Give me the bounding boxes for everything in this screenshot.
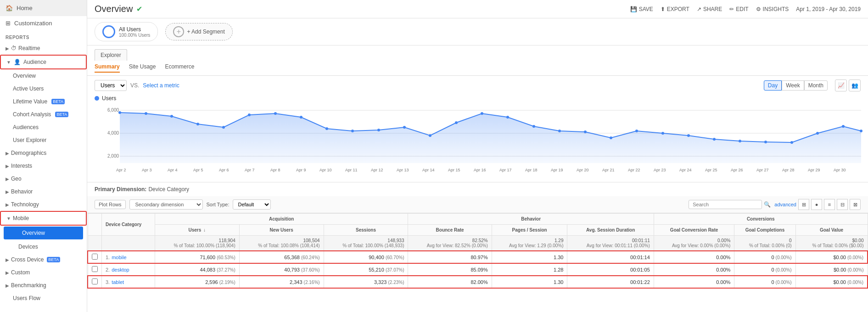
pages-session-subheader[interactable]: Pages / Session — [492, 225, 567, 236]
sidebar-item-devices[interactable]: Devices — [0, 240, 87, 253]
sidebar-item-cohort-analysis[interactable]: Cohort Analysis BETA — [0, 108, 87, 121]
svg-point-26 — [610, 136, 612, 139]
save-button[interactable]: 💾 SAVE — [630, 6, 653, 12]
sidebar-item-mobile-overview[interactable]: Overview — [4, 227, 83, 239]
table-search-input[interactable] — [689, 200, 762, 209]
mobile-checkbox[interactable] — [88, 251, 102, 263]
svg-text:4,000: 4,000 — [107, 130, 119, 136]
sidebar-customization[interactable]: ⊞ Customization — [0, 16, 87, 30]
advanced-link[interactable]: advanced — [774, 202, 796, 207]
sidebar-item-audiences[interactable]: Audiences — [0, 121, 87, 134]
all-users-segment[interactable]: All Users 100.00% Users — [95, 22, 158, 41]
tab-summary[interactable]: Summary — [95, 63, 120, 73]
svg-point-14 — [300, 116, 302, 119]
mobile-label: Mobile — [13, 215, 29, 221]
search-icon: 🔍 — [764, 201, 771, 208]
svg-text:Apr 10: Apr 10 — [319, 168, 332, 172]
sidebar-item-overview[interactable]: Overview — [0, 69, 87, 82]
sidebar-home-label: Home — [17, 5, 33, 11]
sidebar-item-interests[interactable]: ▶ Interests — [0, 159, 87, 172]
svg-point-10 — [196, 123, 199, 125]
svg-text:Apr 15: Apr 15 — [448, 168, 460, 172]
goal-value-subheader[interactable]: Goal Value — [795, 225, 868, 236]
acquisition-header: Acquisition — [155, 214, 408, 225]
sidebar-home[interactable]: 🏠 Home — [0, 0, 87, 16]
tab-site-usage[interactable]: Site Usage — [129, 63, 156, 73]
sidebar-item-benchmarking[interactable]: ▶ Benchmarking — [0, 279, 87, 292]
table-view-btn-1[interactable]: ⊞ — [798, 199, 809, 210]
week-button[interactable]: Week — [782, 80, 804, 91]
svg-point-23 — [532, 125, 535, 128]
tablet-avg-session: 00:01:22 — [567, 276, 654, 288]
table-row-mobile: 1.mobile 71,600 (60.53%) 65,368 (60.24%)… — [88, 251, 868, 263]
sidebar-item-behavior[interactable]: ▶ Behavior — [0, 185, 87, 198]
bounce-rate-subheader[interactable]: Bounce Rate — [408, 225, 492, 236]
sidebar-item-users-flow[interactable]: Users Flow — [0, 292, 87, 305]
explorer-tab[interactable]: Explorer — [95, 49, 127, 61]
mobile-bounce-rate: 80.97% — [408, 251, 492, 263]
sidebar-item-geo[interactable]: ▶ Geo — [0, 172, 87, 185]
table-view-btn-2[interactable]: ● — [811, 199, 822, 210]
avg-session-subheader[interactable]: Avg. Session Duration — [567, 225, 654, 236]
sidebar-item-mobile[interactable]: ▼ Mobile — [0, 211, 87, 226]
mobile-goal-conv: 0.00% — [654, 251, 734, 263]
chevron-right-icon-6: ▶ — [6, 202, 9, 207]
sidebar-item-lifetime-value[interactable]: Lifetime Value BETA — [0, 95, 87, 108]
sidebar-item-active-users[interactable]: Active Users — [0, 82, 87, 95]
tablet-checkbox[interactable] — [88, 276, 102, 288]
topbar-left: Overview ✔ — [95, 4, 142, 14]
new-users-subheader[interactable]: New Users — [239, 225, 324, 236]
sidebar-item-custom[interactable]: ▶ Custom — [0, 266, 87, 279]
sessions-subheader[interactable]: Sessions — [324, 225, 408, 236]
svg-text:Apr 30: Apr 30 — [834, 168, 846, 172]
cohort-analysis-label: Cohort Analysis — [13, 111, 51, 118]
select-metric[interactable]: Select a metric — [143, 82, 179, 89]
secondary-dimension-select[interactable]: Secondary dimension — [129, 199, 203, 210]
month-button[interactable]: Month — [804, 80, 828, 91]
users-subheader[interactable]: Users ↓ — [155, 225, 239, 236]
desktop-checkbox[interactable] — [88, 263, 102, 276]
plot-rows-button[interactable]: Plot Rows — [95, 200, 126, 209]
sidebar-audience-label: Audience — [23, 59, 46, 65]
svg-text:Apr 12: Apr 12 — [371, 168, 383, 172]
sidebar-realtime-label: Realtime — [18, 45, 40, 51]
sidebar-item-user-explorer[interactable]: User Explorer — [0, 134, 87, 147]
svg-point-20 — [455, 121, 458, 124]
edit-button[interactable]: ✏ EDIT — [729, 6, 748, 12]
table-view-btn-4[interactable]: ⊟ — [837, 199, 848, 210]
goal-conv-subheader[interactable]: Goal Conversion Rate — [654, 225, 734, 236]
sidebar-item-audience[interactable]: ▼ 👤 Audience — [0, 55, 87, 69]
sidebar-customization-label: Customization — [14, 20, 52, 27]
motionplot-button[interactable]: 👥 — [849, 79, 861, 91]
sidebar-item-realtime[interactable]: ▶ ⏱ Realtime — [0, 42, 87, 55]
active-users-label: Active Users — [13, 85, 44, 92]
sidebar-item-technology[interactable]: ▶ Technology — [0, 198, 87, 211]
tablet-bounce-rate: 82.00% — [408, 276, 492, 288]
device-category-header[interactable]: Device Category — [102, 214, 155, 236]
metric-select[interactable]: Users — [95, 80, 127, 91]
sidebar-item-demographics[interactable]: ▶ Demographics — [0, 147, 87, 159]
goal-completions-subheader[interactable]: Goal Completions — [734, 225, 795, 236]
behavior-label: Behavior — [11, 188, 33, 195]
svg-point-12 — [248, 113, 251, 116]
mobile-link[interactable]: mobile — [112, 255, 126, 260]
sidebar-item-cross-device[interactable]: ▶ Cross Device BETA — [0, 253, 87, 266]
svg-point-27 — [635, 130, 638, 132]
tab-ecommerce[interactable]: Ecommerce — [165, 63, 194, 73]
topbar-right: 💾 SAVE ⬆ EXPORT ↗ SHARE ✏ EDIT ⚙ INSIGHT… — [630, 6, 861, 12]
tablet-goal-conv: 0.00% — [654, 276, 734, 288]
insights-button[interactable]: ⚙ INSIGHTS — [756, 6, 789, 12]
total-bounce-rate: 82.52% Avg for View: 82.52% (0.00%) — [408, 236, 492, 251]
sort-type-select[interactable]: Default — [233, 199, 271, 210]
day-button[interactable]: Day — [764, 80, 782, 91]
table-view-btn-5[interactable]: ⊠ — [850, 199, 861, 210]
tablet-link[interactable]: tablet — [112, 279, 124, 285]
export-button[interactable]: ⬆ EXPORT — [661, 6, 689, 12]
table-view-btn-3[interactable]: ≡ — [824, 199, 835, 210]
add-segment-button[interactable]: + + Add Segment — [165, 23, 232, 40]
svg-text:Apr 3: Apr 3 — [142, 168, 152, 172]
desktop-link[interactable]: desktop — [112, 267, 129, 272]
share-button[interactable]: ↗ SHARE — [697, 6, 722, 12]
line-chart-button[interactable]: 📈 — [835, 79, 847, 91]
devices-label: Devices — [18, 244, 38, 250]
